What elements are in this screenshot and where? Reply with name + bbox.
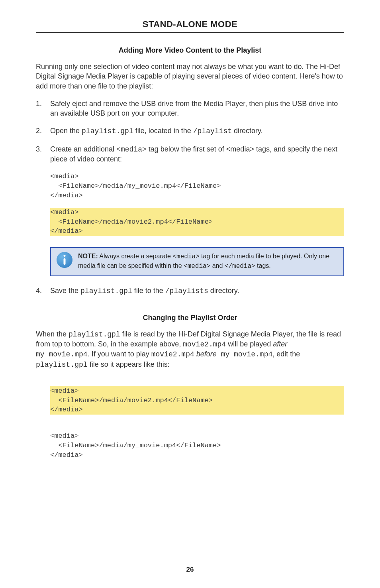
step-text: Open the playlist.gpl file, located in t… [50, 126, 344, 136]
page-number: 26 [0, 566, 380, 574]
step-text: Create an additional <media> tag below t… [50, 144, 344, 164]
text: file to the [132, 287, 165, 295]
section-title-playlist-order: Changing the Playlist Order [36, 314, 344, 322]
note-callout: NOTE: Always create a separate <media> t… [50, 247, 344, 276]
text: file so it appears like this: [88, 360, 170, 368]
section-title-adding-content: Adding More Video Content to the Playlis… [36, 46, 344, 55]
text: tags. [255, 262, 271, 269]
text: Create an additional [50, 145, 116, 153]
info-icon [57, 252, 72, 268]
step-text: Save the playlist.gpl file to the /playl… [50, 286, 344, 296]
code-line-highlight: <FileName>/media/movie2.mp4</FileName> [50, 396, 344, 405]
italic-text: before [196, 350, 217, 358]
code-line: </media> [50, 451, 83, 459]
step-1: 1. Safely eject and remove the USB drive… [36, 99, 344, 118]
text: , edit the [272, 350, 300, 358]
step-4: 4. Save the playlist.gpl file to the /pl… [36, 286, 344, 296]
inline-code: <media> [172, 253, 199, 260]
step-number: 3. [36, 144, 50, 164]
inline-code: movie2.mp4 [151, 350, 194, 358]
code-line-highlight: <FileName>/media/movie2.mp4</FileName> [50, 217, 344, 227]
code-line: </media> [50, 192, 83, 199]
code-line: <media> [50, 432, 78, 440]
step-number: 4. [36, 286, 50, 296]
code-line-highlight: <media> [50, 386, 344, 396]
inline-code: playlist.gpl [82, 127, 133, 135]
inline-code: /playlists [165, 287, 208, 295]
text: will be played [226, 340, 273, 348]
inline-code: playlist.gpl [80, 287, 132, 295]
inline-code: my_movie.mp4 [36, 350, 88, 358]
text: . If you want to play [88, 350, 151, 358]
text: Open the [50, 127, 82, 135]
inline-code: <media> [116, 146, 147, 153]
note-text: NOTE: Always create a separate <media> t… [78, 252, 338, 271]
inline-code: playlist.gpl [69, 330, 120, 338]
code-line-highlight: </media> [50, 226, 344, 236]
italic-text: after [273, 340, 287, 348]
note-label: NOTE: [78, 253, 98, 260]
step-number: 1. [36, 99, 50, 118]
text: When the [36, 330, 69, 338]
text: directory. [208, 287, 239, 295]
inline-code: </media> [225, 263, 255, 270]
step-3: 3. Create an additional <media> tag belo… [36, 144, 344, 164]
code-line: <media> [50, 173, 78, 180]
page-header: STAND-ALONE MODE [36, 19, 344, 33]
inline-code: /playlist [193, 127, 232, 135]
inline-code: my_movie.mp4 [217, 350, 272, 358]
text: file, located in the [133, 127, 193, 135]
step-text: Safely eject and remove the USB drive fr… [50, 99, 344, 118]
text: Save the [50, 287, 80, 295]
code-block-2: <media> <FileName>/media/movie2.mp4</Fil… [50, 386, 344, 460]
inline-code: movie2.mp4 [183, 340, 226, 348]
code-line-highlight: </media> [50, 405, 344, 415]
order-paragraph: When the playlist.gpl file is read by th… [36, 329, 344, 370]
code-block-1: <media> <FileName>/media/my_movie.mp4</F… [50, 172, 344, 236]
step-2: 2. Open the playlist.gpl file, located i… [36, 126, 344, 136]
text: directory. [232, 127, 263, 135]
code-line: <FileName>/media/my_movie.mp4</FileName> [50, 182, 221, 190]
intro-paragraph: Running only one selection of video cont… [36, 62, 344, 91]
inline-code: <media> [184, 263, 210, 270]
text: and [210, 262, 225, 269]
code-line: <FileName>/media/my_movie.mp4</FileName> [50, 442, 221, 449]
inline-code: playlist.gpl [36, 361, 88, 369]
text: Always create a separate [98, 253, 173, 260]
step-number: 2. [36, 126, 50, 136]
code-line-highlight: <media> [50, 208, 344, 217]
